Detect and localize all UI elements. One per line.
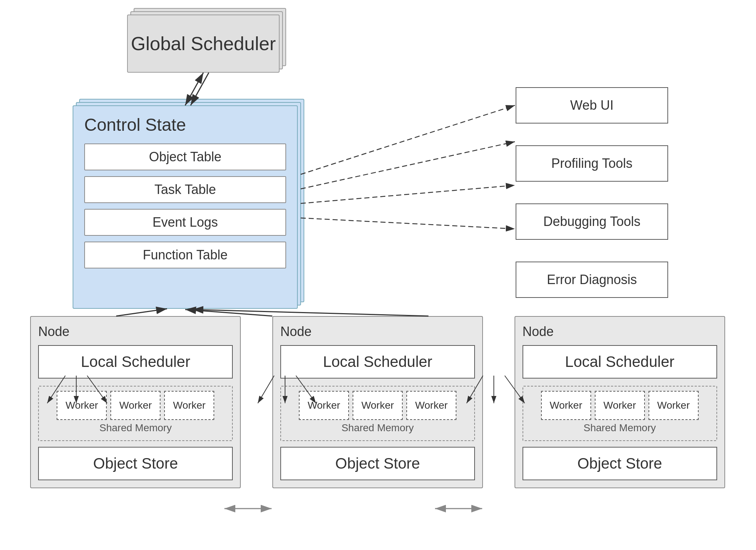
node-1-local-scheduler: Local Scheduler (38, 345, 233, 379)
node-3-worker-3: Worker (649, 391, 699, 420)
node-2-worker-2: Worker (353, 391, 403, 420)
node-3-worker-2: Worker (595, 391, 645, 420)
arrow-node2-to-cs (185, 310, 272, 316)
node-1: Node Local Scheduler Worker Worker Worke… (30, 316, 241, 488)
node-3-workers-row: Worker Worker Worker (526, 391, 714, 420)
node-2-object-store: Object Store (280, 447, 475, 480)
node-2-label: Node (280, 324, 475, 339)
diagram-container: Global Scheduler Control State Object Ta… (0, 0, 756, 550)
node-2-shared-memory: Shared Memory (284, 422, 471, 434)
node-3-workers-container: Worker Worker Worker Shared Memory (523, 386, 717, 441)
cs-card-front: Control State Object Table Task Table Ev… (73, 105, 298, 309)
node-2: Node Local Scheduler Worker Worker Worke… (272, 316, 483, 488)
node-1-workers-row: Worker Worker Worker (42, 391, 229, 420)
node-1-workers-container: Worker Worker Worker Shared Memory (38, 386, 233, 441)
node-2-worker-1: Worker (299, 391, 349, 420)
node-1-label: Node (38, 324, 233, 339)
nodes-row: Node Local Scheduler Worker Worker Worke… (15, 316, 741, 488)
node-1-worker-2: Worker (110, 391, 160, 420)
node-3: Node Local Scheduler Worker Worker Worke… (515, 316, 725, 488)
arrow-cs-to-error (301, 218, 515, 229)
rp-error-diagnosis: Error Diagnosis (516, 262, 668, 298)
arrow-node1-to-cs (116, 309, 167, 316)
rp-debugging-tools: Debugging Tools (516, 203, 668, 240)
rp-web-ui: Web UI (516, 87, 668, 124)
arrow-cs-to-profiling (301, 142, 515, 189)
table-event-logs: Event Logs (84, 209, 286, 236)
arrow-cs-to-webui (301, 105, 515, 174)
node-2-workers-row: Worker Worker Worker (284, 391, 471, 420)
node-2-workers-container: Worker Worker Worker Shared Memory (280, 386, 475, 441)
node-3-shared-memory: Shared Memory (526, 422, 714, 434)
gs-card-front: Global Scheduler (127, 15, 280, 73)
table-task-table: Task Table (84, 176, 286, 203)
control-state-title: Control State (84, 115, 286, 135)
node-2-local-scheduler: Local Scheduler (280, 345, 475, 379)
node-1-object-store: Object Store (38, 447, 233, 480)
node-3-worker-1: Worker (541, 391, 591, 420)
node-1-worker-3: Worker (164, 391, 214, 420)
node-1-worker-1: Worker (57, 391, 107, 420)
table-object-table: Object Table (84, 143, 286, 170)
node-1-shared-memory: Shared Memory (42, 422, 229, 434)
node-3-local-scheduler: Local Scheduler (523, 345, 717, 379)
arrow-node3-to-cs (192, 310, 428, 316)
rp-profiling-tools: Profiling Tools (516, 145, 668, 182)
node-3-label: Node (523, 324, 717, 339)
table-function-table: Function Table (84, 242, 286, 268)
node-3-object-store: Object Store (523, 447, 717, 480)
arrow-cs-to-debugging (301, 185, 515, 203)
node-2-worker-3: Worker (406, 391, 456, 420)
global-scheduler-label: Global Scheduler (131, 33, 276, 54)
right-panel: Web UI Profiling Tools Debugging Tools E… (516, 87, 668, 298)
